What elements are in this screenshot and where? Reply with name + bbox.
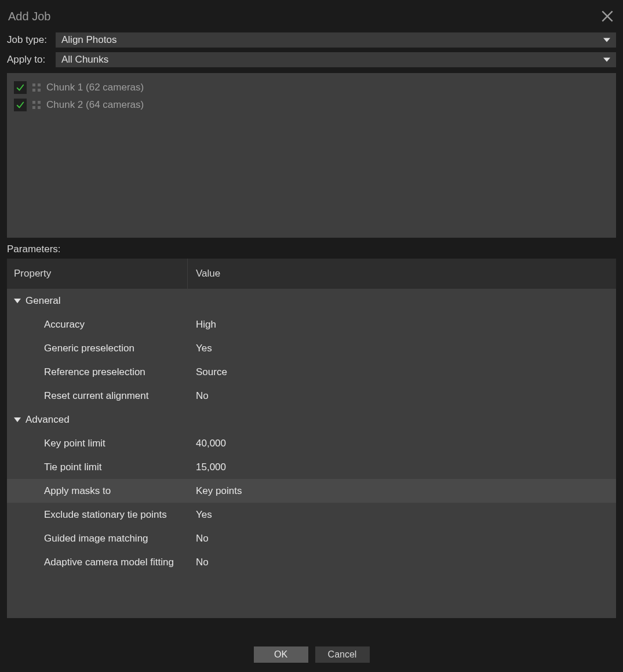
property-row[interactable]: Guided image matchingNo bbox=[7, 526, 616, 550]
chevron-down-icon bbox=[603, 58, 610, 62]
property-value[interactable]: High bbox=[188, 319, 616, 330]
column-value[interactable]: Value bbox=[188, 259, 616, 289]
apply-to-label: Apply to: bbox=[7, 54, 51, 66]
job-type-row: Job type: Align Photos bbox=[7, 32, 616, 48]
chunk-icon bbox=[31, 100, 42, 110]
parameters-label: Parameters: bbox=[0, 238, 623, 259]
chevron-down-icon bbox=[603, 38, 610, 42]
add-job-dialog: Add Job Job type: Align Photos Apply to:… bbox=[0, 0, 623, 672]
group-row[interactable]: General bbox=[7, 289, 616, 313]
table-body: GeneralAccuracyHighGeneric preselectionY… bbox=[7, 289, 616, 618]
chunk-label: Chunk 1 (62 cameras) bbox=[46, 82, 144, 93]
property-name: Adaptive camera model fitting bbox=[7, 557, 188, 568]
property-row[interactable]: Exclude stationary tie pointsYes bbox=[7, 503, 616, 526]
property-name: Guided image matching bbox=[7, 533, 188, 544]
property-value[interactable]: Yes bbox=[188, 509, 616, 521]
svg-rect-4 bbox=[32, 89, 35, 92]
svg-rect-3 bbox=[38, 83, 41, 86]
checkbox[interactable] bbox=[14, 99, 27, 111]
property-name: Exclude stationary tie points bbox=[7, 509, 188, 521]
job-type-select[interactable]: Align Photos bbox=[56, 32, 616, 48]
ok-button[interactable]: OK bbox=[254, 646, 308, 663]
chevron-down-icon bbox=[14, 417, 21, 422]
apply-to-value: All Chunks bbox=[61, 54, 108, 66]
group-label: General bbox=[25, 295, 60, 307]
property-row[interactable]: Tie point limit15,000 bbox=[7, 455, 616, 479]
svg-rect-9 bbox=[38, 106, 41, 109]
property-value[interactable]: No bbox=[188, 533, 616, 544]
close-button[interactable] bbox=[598, 6, 617, 26]
svg-rect-8 bbox=[32, 106, 35, 109]
property-row[interactable]: Generic preselectionYes bbox=[7, 336, 616, 360]
chunk-icon bbox=[31, 82, 42, 93]
svg-rect-5 bbox=[38, 89, 41, 92]
column-property[interactable]: Property bbox=[7, 259, 188, 289]
property-value[interactable]: No bbox=[188, 390, 616, 402]
property-value[interactable]: 40,000 bbox=[188, 438, 616, 449]
property-value[interactable]: 15,000 bbox=[188, 462, 616, 473]
property-row[interactable]: Reset current alignmentNo bbox=[7, 384, 616, 408]
group-row[interactable]: Advanced bbox=[7, 408, 616, 431]
checkbox[interactable] bbox=[14, 81, 27, 94]
group-label: Advanced bbox=[25, 414, 70, 426]
job-type-value: Align Photos bbox=[61, 34, 116, 46]
property-value[interactable]: Yes bbox=[188, 343, 616, 354]
chunk-label: Chunk 2 (64 cameras) bbox=[46, 99, 144, 111]
property-value[interactable]: No bbox=[188, 557, 616, 568]
property-name: Generic preselection bbox=[7, 343, 188, 354]
chevron-down-icon bbox=[14, 299, 21, 303]
property-row[interactable]: Adaptive camera model fittingNo bbox=[7, 550, 616, 574]
apply-to-row: Apply to: All Chunks bbox=[7, 52, 616, 67]
titlebar: Add Job bbox=[0, 0, 623, 32]
button-bar: OK Cancel bbox=[0, 618, 623, 672]
property-name: Tie point limit bbox=[7, 462, 188, 473]
svg-rect-7 bbox=[38, 101, 41, 104]
job-type-label: Job type: bbox=[7, 34, 51, 46]
svg-rect-2 bbox=[32, 83, 35, 86]
property-row[interactable]: Key point limit40,000 bbox=[7, 431, 616, 455]
table-header: Property Value bbox=[7, 259, 616, 289]
cancel-button[interactable]: Cancel bbox=[315, 646, 370, 663]
property-row[interactable]: Apply masks toKey points bbox=[7, 479, 616, 503]
chunk-item[interactable]: Chunk 1 (62 cameras) bbox=[12, 79, 611, 96]
property-name: Accuracy bbox=[7, 319, 188, 330]
apply-to-select[interactable]: All Chunks bbox=[56, 52, 616, 67]
property-name: Reference preselection bbox=[7, 366, 188, 378]
property-name: Key point limit bbox=[7, 438, 188, 449]
property-row[interactable]: AccuracyHigh bbox=[7, 313, 616, 336]
form-area: Job type: Align Photos Apply to: All Chu… bbox=[0, 32, 623, 72]
property-name: Apply masks to bbox=[7, 485, 188, 497]
checkmark-icon bbox=[15, 100, 25, 110]
close-icon bbox=[600, 9, 615, 24]
property-row[interactable]: Reference preselectionSource bbox=[7, 360, 616, 384]
chunk-list: Chunk 1 (62 cameras)Chunk 2 (64 cameras) bbox=[7, 73, 616, 238]
dialog-title: Add Job bbox=[8, 10, 50, 23]
property-value[interactable]: Source bbox=[188, 366, 616, 378]
checkmark-icon bbox=[15, 82, 25, 93]
chunk-item[interactable]: Chunk 2 (64 cameras) bbox=[12, 96, 611, 114]
svg-rect-6 bbox=[32, 101, 35, 104]
property-value[interactable]: Key points bbox=[188, 485, 616, 497]
property-name: Reset current alignment bbox=[7, 390, 188, 402]
parameters-table: Property Value GeneralAccuracyHighGeneri… bbox=[7, 259, 616, 618]
